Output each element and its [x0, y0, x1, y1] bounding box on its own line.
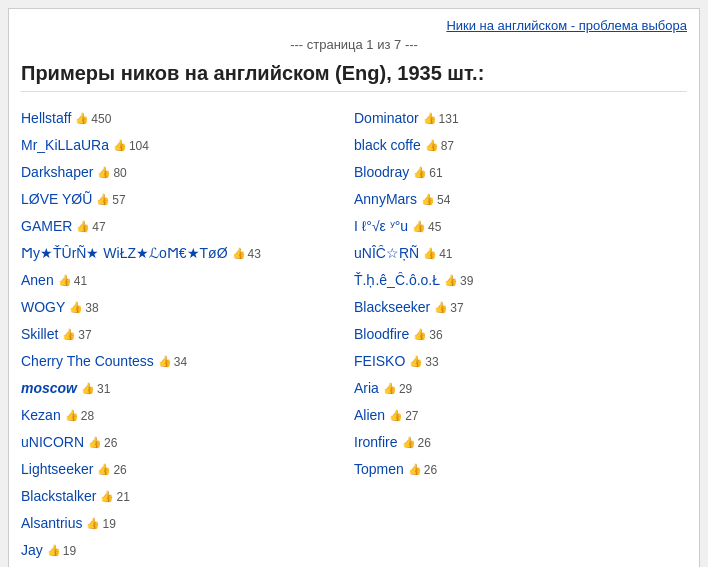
nick-count: 👍87: [425, 137, 454, 155]
nick-count: 👍54: [421, 191, 450, 209]
list-item: Darkshaper👍80: [21, 160, 354, 185]
nick-name[interactable]: Dominator: [354, 108, 419, 129]
nick-name[interactable]: Blackseeker: [354, 297, 430, 318]
list-item: moscow👍31: [21, 376, 354, 401]
nick-count: 👍131: [423, 110, 459, 128]
top-link-container: Ники на английском - проблема выбора: [21, 17, 687, 33]
list-item: Ť.ḥ.ê_Ĉ.ô.o.Ł👍39: [354, 268, 687, 293]
list-item: Lightseeker👍26: [21, 457, 354, 482]
nick-name[interactable]: Bloodfire: [354, 324, 409, 345]
thumb-icon: 👍: [409, 353, 423, 370]
nicks-grid: Hellstaff👍450Mr_KiLLaURa👍104Darkshaper👍8…: [21, 106, 687, 567]
list-item: Cherry The Countess👍34: [21, 349, 354, 374]
nick-name[interactable]: Bloodray: [354, 162, 409, 183]
thumb-icon: 👍: [81, 380, 95, 397]
nick-name[interactable]: Ϻy★ŤÛrÑ★ WiŁZ★ℒoϺ€★TøØ: [21, 243, 228, 264]
list-item: I ℓ°√ε ʸ°u👍45: [354, 214, 687, 239]
nick-name[interactable]: AnnyMars: [354, 189, 417, 210]
list-item: black coffe👍87: [354, 133, 687, 158]
nick-count: 👍26: [402, 434, 431, 452]
nick-name[interactable]: Anen: [21, 270, 54, 291]
nick-count: 👍43: [232, 245, 261, 263]
nick-name[interactable]: Lightseeker: [21, 459, 93, 480]
nick-name[interactable]: WOGY: [21, 297, 65, 318]
thumb-icon: 👍: [389, 407, 403, 424]
nick-name[interactable]: Aria: [354, 378, 379, 399]
nick-name[interactable]: I ℓ°√ε ʸ°u: [354, 216, 408, 237]
thumb-icon: 👍: [423, 110, 437, 127]
thumb-icon: 👍: [88, 434, 102, 451]
list-item: Aria👍29: [354, 376, 687, 401]
nick-name[interactable]: LØVE YØŨ: [21, 189, 92, 210]
list-item: Mr_KiLLaURa👍104: [21, 133, 354, 158]
thumb-icon: 👍: [421, 191, 435, 208]
thumb-icon: 👍: [383, 380, 397, 397]
list-item: WOGY👍38: [21, 295, 354, 320]
nick-name[interactable]: Cherry The Countess: [21, 351, 154, 372]
nick-count: 👍29: [383, 380, 412, 398]
list-item: Alien👍27: [354, 403, 687, 428]
list-item: Ironfire👍26: [354, 430, 687, 455]
thumb-icon: 👍: [158, 353, 172, 370]
thumb-icon: 👍: [86, 515, 100, 532]
top-link[interactable]: Ники на английском - проблема выбора: [446, 18, 687, 33]
list-item: uNICORN👍26: [21, 430, 354, 455]
thumb-icon: 👍: [444, 272, 458, 289]
nick-name[interactable]: moscow: [21, 378, 77, 399]
list-item: Blackstalker👍21: [21, 484, 354, 509]
nick-name[interactable]: Blackstalker: [21, 486, 96, 507]
nick-count: 👍37: [62, 326, 91, 344]
nick-count: 👍47: [76, 218, 105, 236]
nick-count: 👍26: [97, 461, 126, 479]
list-item: LØVE YØŨ👍57: [21, 187, 354, 212]
list-item: Kezan👍28: [21, 403, 354, 428]
nick-name[interactable]: black coffe: [354, 135, 421, 156]
thumb-icon: 👍: [76, 218, 90, 235]
nick-count: 👍61: [413, 164, 442, 182]
thumb-icon: 👍: [413, 326, 427, 343]
nick-name[interactable]: Mr_KiLLaURa: [21, 135, 109, 156]
list-item: Jay👍19: [21, 538, 354, 563]
thumb-icon: 👍: [97, 164, 111, 181]
nick-count: 👍37: [434, 299, 463, 317]
nick-name[interactable]: Skillet: [21, 324, 58, 345]
nick-count: 👍19: [47, 542, 76, 560]
nick-name[interactable]: Jay: [21, 540, 43, 561]
list-item: Topmen👍26: [354, 457, 687, 482]
nick-name[interactable]: Alien: [354, 405, 385, 426]
right-column: Dominator👍131black coffe👍87Bloodray👍61An…: [354, 106, 687, 567]
nick-name[interactable]: GAMER: [21, 216, 72, 237]
nick-name[interactable]: Ť.ḥ.ê_Ĉ.ô.o.Ł: [354, 270, 440, 291]
nick-name[interactable]: Darkshaper: [21, 162, 93, 183]
thumb-icon: 👍: [232, 245, 246, 262]
list-item: FEISKO👍33: [354, 349, 687, 374]
thumb-icon: 👍: [402, 434, 416, 451]
thumb-icon: 👍: [412, 218, 426, 235]
thumb-icon: 👍: [96, 191, 110, 208]
thumb-icon: 👍: [65, 407, 79, 424]
nick-count: 👍104: [113, 137, 149, 155]
thumb-icon: 👍: [97, 461, 111, 478]
list-item: GAMER👍47: [21, 214, 354, 239]
list-item: Dominator👍131: [354, 106, 687, 131]
list-item: Blackseeker👍37: [354, 295, 687, 320]
nick-name[interactable]: Ironfire: [354, 432, 398, 453]
nick-name[interactable]: Alsantrius: [21, 513, 82, 534]
nick-count: 👍27: [389, 407, 418, 425]
thumb-icon: 👍: [113, 137, 127, 154]
nick-name[interactable]: uNICORN: [21, 432, 84, 453]
nick-name[interactable]: Hellstaff: [21, 108, 71, 129]
nick-name[interactable]: Topmen: [354, 459, 404, 480]
list-item: Hellstaff👍450: [21, 106, 354, 131]
nick-name[interactable]: uNÎĈ☆ŖÑ: [354, 243, 419, 264]
thumb-icon: 👍: [75, 110, 89, 127]
nick-name[interactable]: Kezan: [21, 405, 61, 426]
thumb-icon: 👍: [62, 326, 76, 343]
nick-count: 👍80: [97, 164, 126, 182]
nick-count: 👍57: [96, 191, 125, 209]
list-item: Bloodray👍61: [354, 160, 687, 185]
nick-name[interactable]: FEISKO: [354, 351, 405, 372]
thumb-icon: 👍: [408, 461, 422, 478]
list-item: Anen👍41: [21, 268, 354, 293]
nick-count: 👍33: [409, 353, 438, 371]
